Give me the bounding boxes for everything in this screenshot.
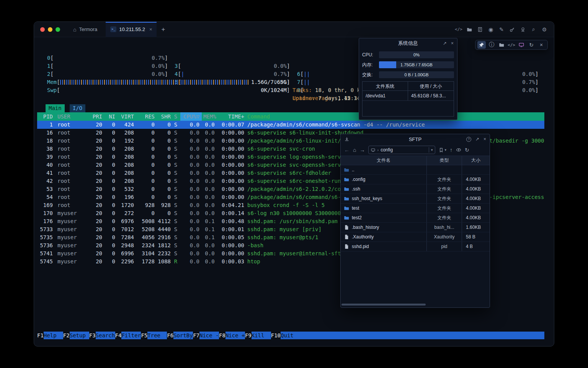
sftp-row[interactable]: .config文件夹4.00KB	[341, 175, 490, 184]
search-icon[interactable]: ⌕	[529, 26, 538, 33]
record-icon[interactable]: ◉	[487, 26, 495, 33]
column-pid[interactable]: PID	[37, 112, 55, 121]
cell-time: 0:00.07	[218, 121, 245, 129]
cell-shr: 1812	[155, 242, 171, 250]
new-tab-button[interactable]: +	[161, 26, 165, 33]
fkey-nice[interactable]: Nice -	[199, 332, 219, 339]
refresh-icon[interactable]: ↻	[465, 147, 469, 153]
sftp-row[interactable]: sshd.pidpid4 B	[341, 242, 490, 251]
back-icon[interactable]: ←	[344, 147, 350, 153]
certificate-icon[interactable]	[519, 26, 527, 33]
settings-icon[interactable]: ⚙	[540, 26, 549, 33]
fkey-filter[interactable]: Filter	[121, 332, 141, 339]
swap-label: 交换:	[362, 72, 379, 78]
code-icon[interactable]: </>	[507, 41, 516, 49]
column-size[interactable]: 大小	[462, 156, 490, 165]
fkey-tree[interactable]: Tree	[147, 332, 167, 339]
column-pri[interactable]: PRI	[90, 112, 103, 121]
cpu-progress-bar: 0%	[379, 51, 454, 58]
close-tab-icon[interactable]: ×	[149, 26, 152, 32]
folder-icon[interactable]	[497, 41, 506, 49]
sftp-row[interactable]: .XauthorityXauthority58 B	[341, 232, 490, 242]
fkey-search[interactable]: Search	[96, 332, 115, 339]
column-time[interactable]: TIME+	[218, 112, 245, 121]
pin-icon[interactable]	[477, 41, 486, 49]
column-virt[interactable]: VIRT	[116, 112, 134, 121]
sftp-row[interactable]: test2文件夹4.00KB	[341, 213, 490, 223]
cell-st: R	[171, 258, 180, 266]
cell-user: root	[55, 121, 90, 129]
fkey-kill[interactable]: Kill	[252, 332, 271, 339]
show-hidden-icon[interactable]	[456, 147, 461, 153]
cell-pri: 20	[90, 145, 103, 153]
cell-cpu: 0.0	[180, 161, 202, 169]
bookmark-icon[interactable]: ▾	[439, 148, 446, 153]
sftp-rows: ...config文件夹4.00KB.ssh文件夹4.00KBssh_host_…	[341, 165, 490, 251]
column-mem[interactable]: MEM%	[202, 112, 218, 121]
htop-tab-main[interactable]: Main	[46, 104, 65, 112]
up-directory-icon[interactable]: ↑	[450, 147, 452, 153]
chevron-down-icon[interactable]: ▾	[431, 148, 433, 152]
journal-icon[interactable]	[476, 26, 484, 33]
cell-st: S	[171, 169, 180, 177]
system-info-titlebar: 系统信息 ↗ ×	[359, 38, 457, 48]
folder-icon[interactable]	[465, 26, 474, 33]
column-ni[interactable]: NI	[103, 112, 116, 121]
close-icon[interactable]: ×	[451, 41, 454, 46]
cell-mem: 0.0	[202, 250, 218, 258]
fkey-setup[interactable]: Setup	[70, 332, 89, 339]
key-icon[interactable]	[508, 26, 516, 33]
cell-shr: 0	[155, 121, 171, 129]
cell-user: root	[55, 153, 90, 161]
sftp-row[interactable]: .ssh文件夹4.00KB	[341, 184, 490, 194]
column-cpu-sorted[interactable]: CPU%▽	[180, 112, 202, 121]
fkey-sortby[interactable]: SortBy	[173, 332, 193, 339]
tab-host-10-211-55-2[interactable]: >_ 10.211.55.2 ×	[106, 22, 157, 37]
sftp-row[interactable]: ssh_host_keys文件夹4.00KB	[341, 194, 490, 204]
code-icon[interactable]: </>	[454, 26, 463, 33]
home-icon[interactable]: ⌂	[353, 147, 356, 153]
column-shr[interactable]: SHR	[155, 112, 171, 121]
column-user[interactable]: USER	[55, 112, 90, 121]
htop-tab-io[interactable]: I/O	[70, 104, 85, 112]
help-icon[interactable]: ?	[466, 137, 471, 142]
process-row[interactable]: 1root20042400S0.00.00:00.07/package/admi…	[37, 121, 544, 129]
horizontal-scrollbar-thumb[interactable]	[341, 304, 426, 306]
sftp-row[interactable]: .bash_historybash_hi...1.60KB	[341, 223, 490, 232]
sftp-row[interactable]: ..	[341, 165, 490, 175]
cell-virt: 208	[116, 161, 134, 169]
column-type[interactable]: 类型	[426, 156, 462, 165]
cell-cpu: 0.0	[180, 145, 202, 153]
cell-shr: 0	[155, 153, 171, 161]
cell-shr: 0	[155, 161, 171, 169]
cell-pid: 5733	[37, 225, 55, 233]
close-window-button[interactable]	[40, 27, 45, 32]
filesystem-row[interactable]: /dev/vda1 45.61GB / 58.3...	[363, 91, 454, 101]
tab-termora[interactable]: ⌂ Termora	[69, 22, 102, 37]
fkey-quit[interactable]: Quit	[281, 332, 544, 339]
minimize-window-button[interactable]	[48, 27, 52, 32]
sftp-row[interactable]: test文件夹4.00KB	[341, 204, 490, 213]
home-icon: ⌂	[73, 26, 76, 33]
monitor-icon[interactable]	[517, 41, 526, 49]
column-filename[interactable]: 文件名	[341, 156, 426, 165]
path-breadcrumb[interactable]: › config ▾	[368, 146, 435, 154]
cell-shr: 1088	[155, 258, 171, 266]
cell-ni: 0	[103, 145, 116, 153]
edit-icon[interactable]: ✎	[497, 26, 506, 33]
path-segment[interactable]: config	[381, 147, 393, 153]
fkey-help[interactable]: Help	[44, 332, 63, 339]
zoom-window-button[interactable]	[56, 27, 60, 32]
cell-res: 0	[134, 129, 155, 137]
column-res[interactable]: RES	[134, 112, 155, 121]
forward-icon[interactable]: →	[359, 147, 365, 153]
close-icon[interactable]: ×	[537, 41, 546, 49]
cell-pri: 20	[90, 177, 103, 185]
column-state[interactable]: S	[171, 112, 180, 121]
close-icon[interactable]: ×	[483, 136, 486, 142]
open-in-window-icon[interactable]: ↗	[443, 41, 447, 46]
info-icon[interactable]: ⓘ	[487, 41, 496, 49]
open-in-window-icon[interactable]: ↗	[475, 136, 479, 142]
fkey-nice[interactable]: Nice +	[225, 332, 245, 339]
refresh-icon[interactable]: ↻	[527, 41, 536, 49]
